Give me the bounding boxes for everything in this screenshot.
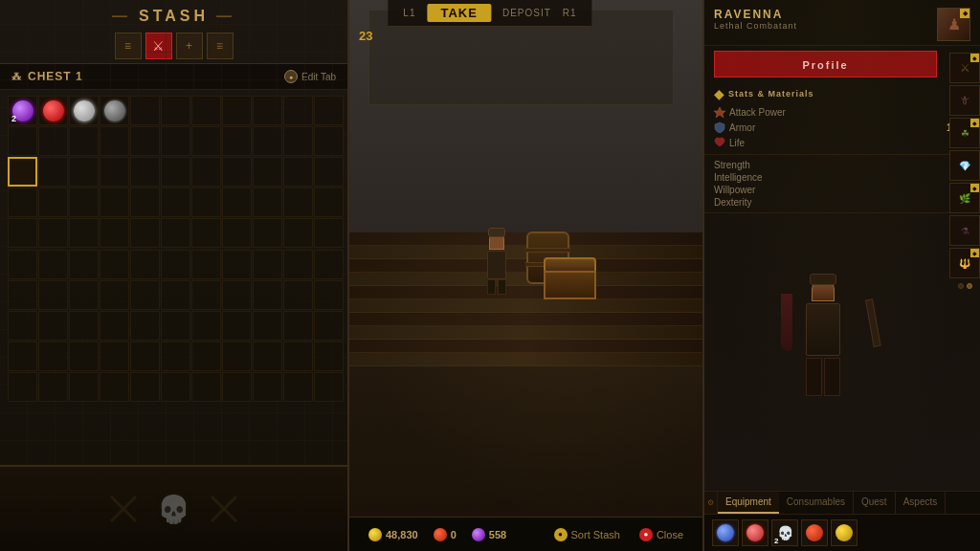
grid-cell-8-10[interactable]	[283, 311, 313, 341]
grid-cell-10-11[interactable]	[314, 372, 344, 402]
grid-cell-8-11[interactable]	[314, 311, 344, 341]
tab-quest[interactable]: Quest	[854, 492, 896, 514]
grid-cell-7-4[interactable]	[100, 280, 129, 310]
grid-cell-2-1[interactable]	[8, 126, 37, 156]
grid-cell-9-1[interactable]	[8, 342, 37, 371]
stash-tab-2[interactable]: ⚔	[145, 33, 172, 59]
grid-cell-9-8[interactable]	[222, 342, 252, 371]
grid-cell-5-4[interactable]	[100, 218, 129, 248]
right-slot-7[interactable]: 🔱 ◆	[949, 248, 980, 278]
grid-cell-8-5[interactable]	[130, 311, 160, 341]
grid-cell-3-1[interactable]	[8, 157, 37, 187]
grid-cell-5-5[interactable]	[130, 218, 160, 248]
stash-tab-1[interactable]: ≡	[115, 33, 142, 59]
grid-cell-3-10[interactable]	[283, 157, 313, 187]
grid-cell-4-3[interactable]	[69, 187, 99, 217]
right-slot-1[interactable]: ⚔ ◆	[949, 53, 980, 83]
grid-cell-1-5[interactable]	[130, 96, 160, 125]
grid-cell-3-6[interactable]	[161, 157, 190, 187]
grid-cell-8-1[interactable]	[8, 311, 37, 341]
grid-cell-8-6[interactable]	[161, 311, 190, 341]
grid-cell-6-11[interactable]	[314, 250, 344, 279]
grid-cell-2-11[interactable]	[314, 126, 344, 156]
right-slot-6[interactable]: ⚗	[949, 215, 980, 246]
grid-cell-2-10[interactable]	[283, 126, 313, 156]
sort-stash-action[interactable]: ● Sort Stash	[554, 528, 620, 541]
grid-cell-5-6[interactable]	[161, 218, 190, 248]
stash-tab-4[interactable]: ≡	[207, 33, 234, 59]
grid-cell-6-9[interactable]	[253, 250, 282, 279]
grid-cell-5-9[interactable]	[253, 218, 282, 248]
grid-cell-7-7[interactable]	[191, 280, 221, 310]
deposit-button[interactable]: DEPOSIT	[502, 8, 551, 18]
grid-cell-7-3[interactable]	[69, 280, 99, 310]
grid-cell-3-2[interactable]	[38, 157, 68, 187]
grid-cell-6-6[interactable]	[161, 250, 190, 279]
grid-cell-5-10[interactable]	[283, 218, 313, 248]
edit-tab-button[interactable]: ● Edit Tab	[284, 70, 336, 83]
grid-cell-1-1[interactable]: 2	[8, 96, 37, 125]
grid-cell-3-3[interactable]	[69, 157, 99, 187]
grid-cell-6-5[interactable]	[130, 250, 160, 279]
grid-cell-1-4[interactable]	[100, 96, 129, 125]
profile-button[interactable]: Profile	[714, 51, 937, 77]
grid-cell-7-9[interactable]	[253, 280, 282, 310]
grid-cell-5-7[interactable]	[191, 218, 221, 248]
equip-item-2[interactable]	[742, 519, 768, 546]
grid-cell-10-5[interactable]	[130, 372, 160, 402]
grid-cell-10-9[interactable]	[253, 372, 282, 402]
grid-cell-1-2[interactable]	[38, 96, 68, 125]
grid-cell-1-11[interactable]	[314, 96, 344, 125]
right-slot-5[interactable]: 🌿 ◆	[949, 183, 980, 213]
grid-cell-10-6[interactable]	[161, 372, 190, 402]
grid-cell-8-4[interactable]	[100, 311, 129, 341]
grid-cell-6-1[interactable]	[8, 250, 37, 279]
grid-cell-2-6[interactable]	[161, 126, 190, 156]
grid-cell-7-6[interactable]	[161, 280, 190, 310]
r1-button[interactable]: R1	[563, 8, 577, 18]
grid-cell-6-10[interactable]	[283, 250, 313, 279]
grid-cell-1-6[interactable]	[161, 96, 190, 125]
tab-consumables[interactable]: Consumables	[779, 492, 854, 514]
grid-cell-4-8[interactable]	[222, 187, 252, 217]
grid-cell-9-5[interactable]	[130, 342, 160, 371]
grid-cell-7-8[interactable]	[222, 280, 252, 310]
grid-cell-10-4[interactable]	[100, 372, 129, 402]
grid-cell-2-9[interactable]	[253, 126, 282, 156]
grid-cell-5-1[interactable]	[8, 218, 37, 248]
grid-cell-2-8[interactable]	[222, 126, 252, 156]
grid-cell-3-8[interactable]	[222, 157, 252, 187]
grid-cell-6-4[interactable]	[100, 250, 129, 279]
grid-cell-8-2[interactable]	[38, 311, 68, 341]
grid-cell-1-10[interactable]	[283, 96, 313, 125]
grid-cell-7-2[interactable]	[38, 280, 68, 310]
grid-cell-10-1[interactable]	[8, 372, 37, 402]
equip-item-5[interactable]	[831, 519, 858, 546]
grid-cell-9-4[interactable]	[100, 342, 129, 371]
grid-cell-4-9[interactable]	[253, 187, 282, 217]
right-slot-3[interactable]: ☘ ◆	[949, 118, 980, 148]
grid-cell-8-3[interactable]	[69, 311, 99, 341]
close-action[interactable]: ● Close	[639, 528, 683, 541]
grid-cell-9-10[interactable]	[283, 342, 313, 371]
l1-button[interactable]: L1	[403, 8, 415, 18]
grid-cell-4-10[interactable]	[283, 187, 313, 217]
grid-cell-4-4[interactable]	[100, 187, 129, 217]
grid-cell-1-7[interactable]	[191, 96, 221, 125]
grid-cell-8-8[interactable]	[222, 311, 252, 341]
equip-item-4[interactable]	[801, 519, 828, 546]
grid-cell-3-4[interactable]	[100, 157, 129, 187]
grid-cell-6-7[interactable]	[191, 250, 221, 279]
grid-cell-6-8[interactable]	[222, 250, 252, 279]
grid-cell-2-3[interactable]	[69, 126, 99, 156]
equip-item-3[interactable]: 💀 2	[771, 519, 798, 546]
grid-cell-2-4[interactable]	[100, 126, 129, 156]
grid-cell-9-7[interactable]	[191, 342, 221, 371]
grid-cell-3-9[interactable]	[253, 157, 282, 187]
grid-cell-3-5[interactable]	[130, 157, 160, 187]
grid-cell-1-8[interactable]	[222, 96, 252, 125]
grid-cell-5-8[interactable]	[222, 218, 252, 248]
grid-cell-7-10[interactable]	[283, 280, 313, 310]
grid-cell-3-11[interactable]	[314, 157, 344, 187]
grid-cell-1-3[interactable]	[69, 96, 99, 125]
